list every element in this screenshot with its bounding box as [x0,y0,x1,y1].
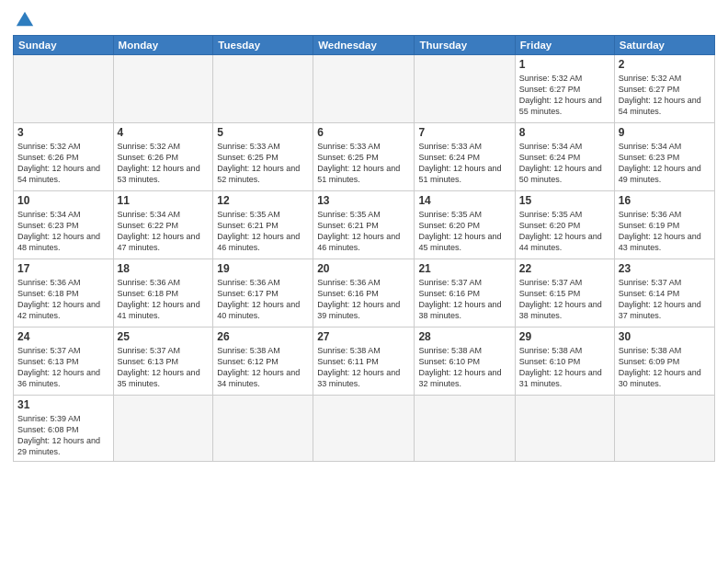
day-number: 22 [519,262,610,275]
day-info: Sunrise: 5:37 AM Sunset: 6:13 PM Dayligh… [17,345,109,390]
calendar-cell: 25Sunrise: 5:37 AM Sunset: 6:13 PM Dayli… [113,327,213,396]
calendar-cell: 2Sunrise: 5:32 AM Sunset: 6:27 PM Daylig… [614,55,714,123]
calendar-cell [415,396,515,462]
calendar-cell [313,396,415,462]
calendar-cell: 15Sunrise: 5:35 AM Sunset: 6:20 PM Dayli… [515,191,614,259]
day-number: 11 [118,194,210,207]
calendar-cell [515,396,614,462]
calendar-cell: 5Sunrise: 5:33 AM Sunset: 6:25 PM Daylig… [213,123,313,191]
logo [13,9,35,29]
day-info: Sunrise: 5:37 AM Sunset: 6:14 PM Dayligh… [619,277,711,322]
day-info: Sunrise: 5:36 AM Sunset: 6:17 PM Dayligh… [217,277,309,322]
day-number: 8 [519,126,610,139]
calendar-cell: 19Sunrise: 5:36 AM Sunset: 6:17 PM Dayli… [213,259,313,327]
calendar-week-row: 3Sunrise: 5:32 AM Sunset: 6:26 PM Daylig… [14,123,715,191]
calendar-cell: 3Sunrise: 5:32 AM Sunset: 6:26 PM Daylig… [14,123,114,191]
calendar-cell: 9Sunrise: 5:34 AM Sunset: 6:23 PM Daylig… [614,123,714,191]
day-info: Sunrise: 5:35 AM Sunset: 6:20 PM Dayligh… [519,209,610,254]
day-number: 26 [217,330,309,343]
day-info: Sunrise: 5:34 AM Sunset: 6:24 PM Dayligh… [519,141,610,186]
day-info: Sunrise: 5:34 AM Sunset: 6:23 PM Dayligh… [17,209,109,254]
calendar-cell: 27Sunrise: 5:38 AM Sunset: 6:11 PM Dayli… [313,327,415,396]
day-info: Sunrise: 5:33 AM Sunset: 6:25 PM Dayligh… [317,141,410,186]
calendar-header-friday: Friday [515,36,614,55]
day-number: 27 [317,330,410,343]
calendar-cell: 6Sunrise: 5:33 AM Sunset: 6:25 PM Daylig… [313,123,415,191]
day-info: Sunrise: 5:32 AM Sunset: 6:27 PM Dayligh… [519,73,610,118]
calendar-header-tuesday: Tuesday [213,36,313,55]
calendar-cell: 14Sunrise: 5:35 AM Sunset: 6:20 PM Dayli… [415,191,515,259]
calendar-cell [614,396,714,462]
calendar-header-row: SundayMondayTuesdayWednesdayThursdayFrid… [14,36,715,55]
day-info: Sunrise: 5:36 AM Sunset: 6:19 PM Dayligh… [619,209,711,254]
calendar-cell: 23Sunrise: 5:37 AM Sunset: 6:14 PM Dayli… [614,259,714,327]
day-number: 21 [418,262,510,275]
day-info: Sunrise: 5:38 AM Sunset: 6:12 PM Dayligh… [217,345,309,390]
day-info: Sunrise: 5:37 AM Sunset: 6:15 PM Dayligh… [519,277,610,322]
day-number: 14 [418,194,510,207]
day-info: Sunrise: 5:38 AM Sunset: 6:10 PM Dayligh… [418,345,510,390]
calendar-cell: 18Sunrise: 5:36 AM Sunset: 6:18 PM Dayli… [113,259,213,327]
header [13,9,715,29]
calendar-cell: 22Sunrise: 5:37 AM Sunset: 6:15 PM Dayli… [515,259,614,327]
logo-icon [15,9,35,29]
day-info: Sunrise: 5:35 AM Sunset: 6:20 PM Dayligh… [418,209,510,254]
calendar-header-thursday: Thursday [415,36,515,55]
calendar-cell: 21Sunrise: 5:37 AM Sunset: 6:16 PM Dayli… [415,259,515,327]
day-number: 1 [519,58,610,71]
day-number: 24 [17,330,109,343]
calendar-header-wednesday: Wednesday [313,36,415,55]
day-number: 31 [17,398,109,411]
day-info: Sunrise: 5:35 AM Sunset: 6:21 PM Dayligh… [317,209,410,254]
day-info: Sunrise: 5:35 AM Sunset: 6:21 PM Dayligh… [217,209,309,254]
calendar-cell [213,55,313,123]
svg-marker-0 [17,12,33,27]
day-number: 23 [619,262,711,275]
calendar-cell: 10Sunrise: 5:34 AM Sunset: 6:23 PM Dayli… [14,191,114,259]
calendar-cell: 1Sunrise: 5:32 AM Sunset: 6:27 PM Daylig… [515,55,614,123]
day-number: 15 [519,194,610,207]
day-info: Sunrise: 5:32 AM Sunset: 6:26 PM Dayligh… [118,141,210,186]
day-number: 13 [317,194,410,207]
calendar-cell [113,55,213,123]
day-number: 2 [619,58,711,71]
day-info: Sunrise: 5:37 AM Sunset: 6:16 PM Dayligh… [418,277,510,322]
day-number: 16 [619,194,711,207]
calendar-cell [113,396,213,462]
page: SundayMondayTuesdayWednesdayThursdayFrid… [0,0,728,563]
day-number: 17 [17,262,109,275]
calendar-cell: 7Sunrise: 5:33 AM Sunset: 6:24 PM Daylig… [415,123,515,191]
calendar-cell: 11Sunrise: 5:34 AM Sunset: 6:22 PM Dayli… [113,191,213,259]
day-number: 4 [118,126,210,139]
calendar-cell: 24Sunrise: 5:37 AM Sunset: 6:13 PM Dayli… [14,327,114,396]
calendar-cell: 17Sunrise: 5:36 AM Sunset: 6:18 PM Dayli… [14,259,114,327]
calendar-cell [313,55,415,123]
calendar-cell: 29Sunrise: 5:38 AM Sunset: 6:10 PM Dayli… [515,327,614,396]
day-info: Sunrise: 5:36 AM Sunset: 6:18 PM Dayligh… [118,277,210,322]
calendar-cell: 16Sunrise: 5:36 AM Sunset: 6:19 PM Dayli… [614,191,714,259]
calendar-week-row: 10Sunrise: 5:34 AM Sunset: 6:23 PM Dayli… [14,191,715,259]
calendar-week-row: 17Sunrise: 5:36 AM Sunset: 6:18 PM Dayli… [14,259,715,327]
calendar-header-sunday: Sunday [14,36,114,55]
day-number: 12 [217,194,309,207]
day-number: 18 [118,262,210,275]
calendar-header-monday: Monday [113,36,213,55]
day-info: Sunrise: 5:32 AM Sunset: 6:26 PM Dayligh… [17,141,109,186]
calendar-header-saturday: Saturday [614,36,714,55]
day-info: Sunrise: 5:39 AM Sunset: 6:08 PM Dayligh… [17,413,109,458]
calendar-cell: 31Sunrise: 5:39 AM Sunset: 6:08 PM Dayli… [14,396,114,462]
day-info: Sunrise: 5:36 AM Sunset: 6:16 PM Dayligh… [317,277,410,322]
day-info: Sunrise: 5:38 AM Sunset: 6:09 PM Dayligh… [619,345,711,390]
day-info: Sunrise: 5:32 AM Sunset: 6:27 PM Dayligh… [619,73,711,118]
day-number: 30 [619,330,711,343]
day-number: 19 [217,262,309,275]
day-number: 10 [17,194,109,207]
day-number: 29 [519,330,610,343]
day-info: Sunrise: 5:33 AM Sunset: 6:24 PM Dayligh… [418,141,510,186]
day-number: 20 [317,262,410,275]
day-number: 3 [17,126,109,139]
calendar-cell: 12Sunrise: 5:35 AM Sunset: 6:21 PM Dayli… [213,191,313,259]
day-number: 6 [317,126,410,139]
day-info: Sunrise: 5:37 AM Sunset: 6:13 PM Dayligh… [118,345,210,390]
day-info: Sunrise: 5:38 AM Sunset: 6:10 PM Dayligh… [519,345,610,390]
